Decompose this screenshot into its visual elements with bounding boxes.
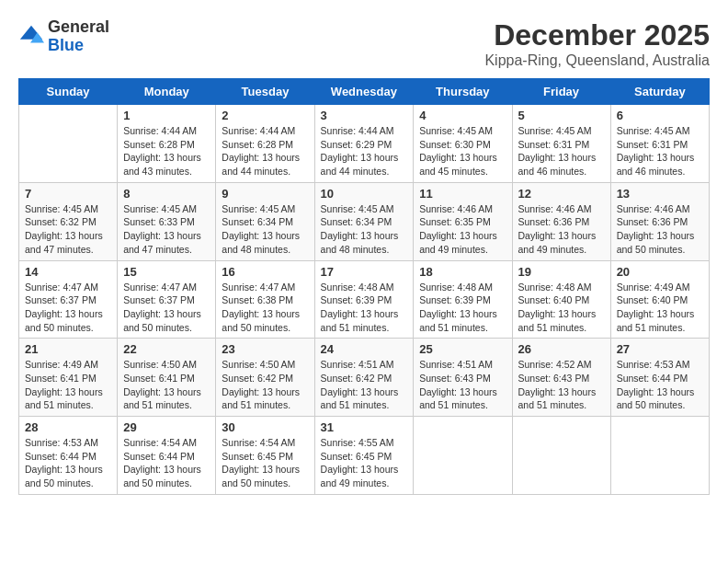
calendar-cell: 23Sunrise: 4:50 AMSunset: 6:42 PMDayligh…	[216, 339, 314, 417]
month-title: December 2025	[484, 18, 710, 52]
day-number: 26	[518, 342, 605, 356]
day-number: 4	[419, 109, 506, 122]
calendar-cell: 11Sunrise: 4:46 AMSunset: 6:35 PMDayligh…	[414, 182, 512, 260]
cell-content: Sunrise: 4:55 AMSunset: 6:45 PMDaylight:…	[321, 436, 408, 490]
calendar-cell: 15Sunrise: 4:47 AMSunset: 6:37 PMDayligh…	[118, 260, 216, 339]
cell-content: Sunrise: 4:52 AMSunset: 6:43 PMDaylight:…	[518, 358, 605, 412]
day-number: 11	[419, 187, 506, 201]
cell-content: Sunrise: 4:46 AMSunset: 6:36 PMDaylight:…	[617, 202, 703, 257]
calendar-cell: 21Sunrise: 4:49 AMSunset: 6:41 PMDayligh…	[19, 339, 118, 417]
calendar-cell: 4Sunrise: 4:45 AMSunset: 6:30 PMDaylight…	[414, 105, 512, 183]
day-number: 1	[123, 109, 210, 122]
cell-content: Sunrise: 4:47 AMSunset: 6:37 PMDaylight:…	[123, 281, 210, 335]
day-number: 7	[25, 187, 111, 201]
cell-content: Sunrise: 4:49 AMSunset: 6:40 PMDaylight:…	[617, 281, 703, 335]
cell-content: Sunrise: 4:47 AMSunset: 6:38 PMDaylight:…	[222, 281, 308, 335]
cell-content: Sunrise: 4:44 AMSunset: 6:28 PMDaylight:…	[123, 124, 210, 178]
calendar-cell: 1Sunrise: 4:44 AMSunset: 6:28 PMDaylight…	[118, 105, 216, 183]
calendar-cell: 8Sunrise: 4:45 AMSunset: 6:33 PMDaylight…	[118, 182, 216, 260]
day-number: 12	[518, 187, 605, 201]
calendar-cell: 29Sunrise: 4:54 AMSunset: 6:44 PMDayligh…	[118, 417, 216, 495]
cell-content: Sunrise: 4:45 AMSunset: 6:34 PMDaylight:…	[222, 202, 308, 257]
logo: General Blue	[18, 18, 109, 55]
cell-content: Sunrise: 4:54 AMSunset: 6:45 PMDaylight:…	[222, 436, 308, 490]
cell-content: Sunrise: 4:46 AMSunset: 6:35 PMDaylight:…	[419, 202, 506, 257]
calendar-cell: 6Sunrise: 4:45 AMSunset: 6:31 PMDaylight…	[610, 105, 709, 183]
calendar-cell: 13Sunrise: 4:46 AMSunset: 6:36 PMDayligh…	[610, 182, 709, 260]
cell-content: Sunrise: 4:45 AMSunset: 6:34 PMDaylight:…	[321, 202, 408, 257]
calendar-cell	[610, 417, 709, 495]
calendar-cell: 22Sunrise: 4:50 AMSunset: 6:41 PMDayligh…	[118, 339, 216, 417]
logo-blue: Blue	[48, 36, 84, 54]
day-number: 23	[222, 342, 308, 356]
cell-content: Sunrise: 4:53 AMSunset: 6:44 PMDaylight:…	[25, 436, 111, 490]
calendar-cell: 16Sunrise: 4:47 AMSunset: 6:38 PMDayligh…	[216, 260, 314, 339]
calendar-cell: 14Sunrise: 4:47 AMSunset: 6:37 PMDayligh…	[19, 260, 118, 339]
day-number: 6	[617, 109, 703, 122]
weekday-header-wednesday: Wednesday	[314, 79, 414, 105]
calendar-cell: 26Sunrise: 4:52 AMSunset: 6:43 PMDayligh…	[512, 339, 610, 417]
day-number: 19	[518, 265, 605, 279]
day-number: 17	[321, 265, 408, 279]
calendar-cell: 18Sunrise: 4:48 AMSunset: 6:39 PMDayligh…	[414, 260, 512, 339]
day-number: 5	[518, 109, 605, 122]
calendar-cell: 2Sunrise: 4:44 AMSunset: 6:28 PMDaylight…	[216, 105, 314, 183]
logo-general: General	[48, 17, 109, 36]
cell-content: Sunrise: 4:51 AMSunset: 6:43 PMDaylight:…	[419, 358, 506, 412]
calendar-cell	[414, 417, 512, 495]
cell-content: Sunrise: 4:53 AMSunset: 6:44 PMDaylight:…	[617, 358, 703, 412]
cell-content: Sunrise: 4:45 AMSunset: 6:33 PMDaylight:…	[123, 202, 210, 257]
calendar-cell: 7Sunrise: 4:45 AMSunset: 6:32 PMDaylight…	[19, 182, 118, 260]
logo-icon	[18, 24, 44, 50]
calendar-cell: 9Sunrise: 4:45 AMSunset: 6:34 PMDaylight…	[216, 182, 314, 260]
day-number: 29	[123, 420, 210, 434]
calendar-cell: 28Sunrise: 4:53 AMSunset: 6:44 PMDayligh…	[19, 417, 118, 495]
day-number: 24	[321, 342, 408, 356]
cell-content: Sunrise: 4:47 AMSunset: 6:37 PMDaylight:…	[25, 281, 111, 335]
day-number: 20	[617, 265, 703, 279]
week-row-2: 7Sunrise: 4:45 AMSunset: 6:32 PMDaylight…	[19, 182, 710, 260]
weekday-header-tuesday: Tuesday	[216, 79, 314, 105]
calendar-cell: 5Sunrise: 4:45 AMSunset: 6:31 PMDaylight…	[512, 105, 610, 183]
calendar-table: SundayMondayTuesdayWednesdayThursdayFrid…	[18, 78, 710, 495]
calendar-cell: 10Sunrise: 4:45 AMSunset: 6:34 PMDayligh…	[314, 182, 414, 260]
day-number: 21	[25, 342, 111, 356]
cell-content: Sunrise: 4:44 AMSunset: 6:29 PMDaylight:…	[321, 124, 408, 178]
cell-content: Sunrise: 4:46 AMSunset: 6:36 PMDaylight:…	[518, 202, 605, 257]
cell-content: Sunrise: 4:48 AMSunset: 6:39 PMDaylight:…	[321, 281, 408, 335]
day-number: 25	[419, 342, 506, 356]
calendar-cell: 12Sunrise: 4:46 AMSunset: 6:36 PMDayligh…	[512, 182, 610, 260]
weekday-header-monday: Monday	[118, 79, 216, 105]
week-row-5: 28Sunrise: 4:53 AMSunset: 6:44 PMDayligh…	[19, 417, 710, 495]
calendar-cell: 30Sunrise: 4:54 AMSunset: 6:45 PMDayligh…	[216, 417, 314, 495]
day-number: 16	[222, 265, 308, 279]
cell-content: Sunrise: 4:48 AMSunset: 6:39 PMDaylight:…	[419, 281, 506, 335]
calendar-cell: 3Sunrise: 4:44 AMSunset: 6:29 PMDaylight…	[314, 105, 414, 183]
cell-content: Sunrise: 4:54 AMSunset: 6:44 PMDaylight:…	[123, 436, 210, 490]
calendar-cell	[512, 417, 610, 495]
calendar-cell: 27Sunrise: 4:53 AMSunset: 6:44 PMDayligh…	[610, 339, 709, 417]
day-number: 3	[321, 109, 408, 122]
day-number: 10	[321, 187, 408, 201]
weekday-header-thursday: Thursday	[414, 79, 512, 105]
location-title: Kippa-Ring, Queensland, Australia	[484, 52, 710, 69]
day-number: 28	[25, 420, 111, 434]
calendar-cell: 20Sunrise: 4:49 AMSunset: 6:40 PMDayligh…	[610, 260, 709, 339]
day-number: 18	[419, 265, 506, 279]
title-area: December 2025 Kippa-Ring, Queensland, Au…	[484, 18, 710, 69]
weekday-header-row: SundayMondayTuesdayWednesdayThursdayFrid…	[19, 79, 710, 105]
week-row-4: 21Sunrise: 4:49 AMSunset: 6:41 PMDayligh…	[19, 339, 710, 417]
calendar-cell: 24Sunrise: 4:51 AMSunset: 6:42 PMDayligh…	[314, 339, 414, 417]
cell-content: Sunrise: 4:45 AMSunset: 6:30 PMDaylight:…	[419, 124, 506, 178]
day-number: 14	[25, 265, 111, 279]
page-header: General Blue December 2025 Kippa-Ring, Q…	[18, 18, 710, 69]
cell-content: Sunrise: 4:48 AMSunset: 6:40 PMDaylight:…	[518, 281, 605, 335]
day-number: 30	[222, 420, 308, 434]
day-number: 9	[222, 187, 308, 201]
weekday-header-saturday: Saturday	[610, 79, 709, 105]
day-number: 22	[123, 342, 210, 356]
cell-content: Sunrise: 4:49 AMSunset: 6:41 PMDaylight:…	[25, 358, 111, 412]
weekday-header-sunday: Sunday	[19, 79, 118, 105]
day-number: 31	[321, 420, 408, 434]
calendar-cell: 17Sunrise: 4:48 AMSunset: 6:39 PMDayligh…	[314, 260, 414, 339]
